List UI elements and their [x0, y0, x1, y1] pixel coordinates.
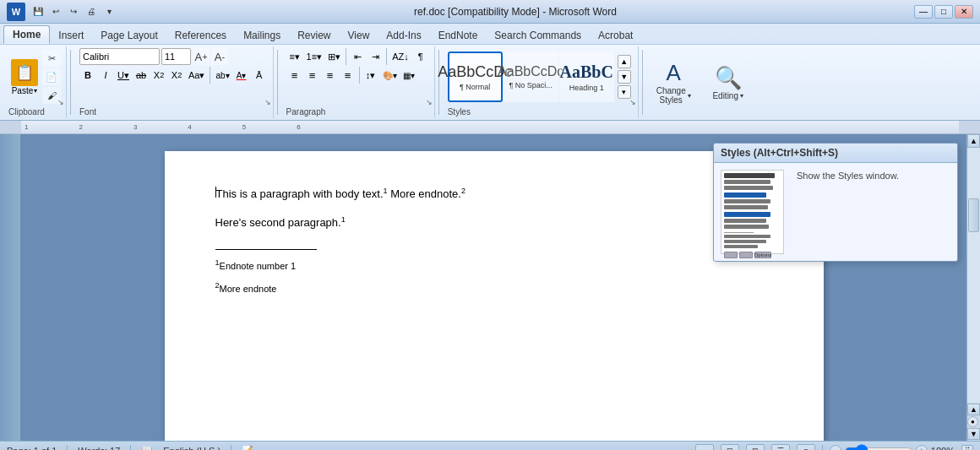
ruler: 1 2 3 4 5 6: [0, 121, 980, 134]
strikethrough-button[interactable]: ab: [133, 67, 150, 84]
copy-button[interactable]: 📄: [42, 68, 61, 85]
full-screen-btn[interactable]: ⊟: [721, 444, 739, 451]
minimize-btn[interactable]: —: [914, 5, 933, 19]
styles-scroll-more[interactable]: ▾: [618, 85, 631, 99]
styles-gallery: AaBbCcDc ¶ Normal AaBbCcDc ¶ No Spaci...…: [448, 52, 614, 102]
scroll-up-btn[interactable]: ▲: [967, 134, 980, 148]
increase-indent-button[interactable]: ⇥: [367, 48, 384, 65]
customize-quick-btn[interactable]: ▾: [101, 4, 117, 19]
styles-scroll-up[interactable]: ▲: [618, 55, 631, 68]
sort-button[interactable]: AZ↓: [389, 48, 411, 65]
endnote-2-text: More endnote: [220, 283, 277, 293]
styles-label: Styles: [448, 106, 471, 117]
select-browse-object-btn[interactable]: ●: [967, 416, 978, 427]
tab-review[interactable]: Review: [289, 27, 339, 44]
close-btn[interactable]: ✕: [955, 5, 973, 19]
change-case-button[interactable]: Aa▾: [186, 67, 207, 84]
styles-panel-content: Options Show the Styles window.: [714, 163, 957, 261]
styles-panel-description: Show the Styles window.: [797, 170, 950, 182]
save-quick-btn[interactable]: 💾: [30, 4, 46, 19]
language-indicator[interactable]: English (U.S.): [163, 446, 220, 451]
font-name-input[interactable]: [79, 48, 160, 65]
tab-endnote[interactable]: EndNote: [430, 27, 487, 44]
zoom-slider[interactable]: [845, 447, 912, 451]
zoom-percent[interactable]: 100%: [931, 446, 955, 451]
zoom-out-btn[interactable]: −: [830, 445, 841, 451]
outline-view-btn[interactable]: ☰: [771, 444, 790, 451]
tab-page-layout[interactable]: Page Layout: [92, 27, 166, 44]
justify-button[interactable]: ≡: [340, 67, 357, 84]
decrease-indent-button[interactable]: ⇤: [349, 48, 366, 65]
word-icon: W: [7, 3, 25, 21]
style-h1-preview: AaBbC: [560, 62, 613, 82]
numbering-button[interactable]: 1≡▾: [304, 48, 325, 65]
font-expander[interactable]: ↘: [264, 98, 271, 106]
style-nospace-preview: AaBbCcDc: [498, 64, 564, 79]
paste-icon: 📋: [11, 59, 38, 86]
align-center-button[interactable]: ≡: [304, 67, 321, 84]
border-button[interactable]: ▦▾: [400, 67, 417, 84]
maximize-btn[interactable]: □: [934, 5, 953, 19]
print-layout-btn[interactable]: ▭: [695, 444, 714, 451]
style-normal-btn[interactable]: AaBbCcDc ¶ Normal: [448, 52, 503, 102]
bullets-button[interactable]: ≡▾: [286, 48, 303, 65]
highlight-button[interactable]: ab▾: [213, 67, 231, 84]
spell-check-icon[interactable]: 📖: [141, 445, 153, 450]
underline-button[interactable]: U▾: [115, 67, 132, 84]
scroll-track[interactable]: [967, 148, 980, 403]
editing-button[interactable]: 🔍 Editing ▾: [703, 46, 754, 118]
undo-quick-btn[interactable]: ↩: [48, 4, 63, 19]
tab-addins[interactable]: Add-Ins: [378, 27, 429, 44]
paste-dropdown-icon[interactable]: ▾: [34, 87, 37, 95]
clipboard-expander[interactable]: ↘: [57, 98, 64, 106]
scroll-next-page-btn[interactable]: ▼: [967, 428, 980, 440]
align-left-button[interactable]: ≡: [286, 67, 303, 84]
font-color-button[interactable]: A▾: [233, 67, 250, 84]
tab-acrobat[interactable]: Acrobat: [590, 27, 641, 44]
increase-font-btn[interactable]: A+: [193, 48, 210, 65]
tab-view[interactable]: View: [340, 27, 378, 44]
print-quick-btn[interactable]: 🖨: [84, 4, 99, 19]
align-right-button[interactable]: ≡: [322, 67, 339, 84]
word-count[interactable]: Words: 17: [78, 446, 120, 451]
clipboard-label: Clipboard: [8, 106, 45, 117]
tab-search-commands[interactable]: Search Commands: [486, 27, 590, 44]
shading-button[interactable]: 🎨▾: [380, 67, 400, 84]
redo-quick-btn[interactable]: ↪: [66, 4, 81, 19]
zoom-in-btn[interactable]: +: [916, 445, 928, 451]
clear-format-button[interactable]: Ā: [251, 67, 268, 84]
tab-strip: Home Insert Page Layout References Maili…: [0, 24, 980, 44]
cut-button[interactable]: ✂: [42, 50, 61, 67]
paste-button[interactable]: 📋 Paste ▾: [8, 57, 41, 98]
tab-mailings[interactable]: Mailings: [235, 27, 289, 44]
quick-access-toolbar: 💾 ↩ ↪ 🖨 ▾: [30, 4, 117, 19]
scroll-prev-page-btn[interactable]: ▲: [967, 404, 980, 415]
bold-button[interactable]: B: [79, 67, 96, 84]
show-marks-button[interactable]: ¶: [412, 48, 429, 65]
decrease-font-btn[interactable]: A-: [211, 48, 228, 65]
change-styles-button[interactable]: A ChangeStyles ▾: [646, 46, 701, 118]
paragraph-expander[interactable]: ↘: [426, 98, 433, 106]
tab-references[interactable]: References: [166, 27, 235, 44]
style-nospace-btn[interactable]: AaBbCcDc ¶ No Spaci...: [504, 52, 558, 102]
styles-expander[interactable]: ↘: [629, 98, 636, 106]
italic-button[interactable]: I: [97, 67, 114, 84]
line-spacing-button[interactable]: ↕▾: [362, 67, 379, 84]
endnote-divider: [215, 249, 317, 250]
scroll-thumb[interactable]: [968, 198, 979, 232]
styles-scroll-down[interactable]: ▼: [618, 70, 631, 84]
draft-view-btn[interactable]: ≡: [797, 444, 815, 451]
subscript-button[interactable]: X2: [150, 67, 167, 84]
tab-home[interactable]: Home: [3, 25, 50, 44]
para2-endnote-ref: 1: [341, 215, 346, 224]
style-h1-btn[interactable]: AaBbC Heading 1: [559, 52, 614, 102]
page-info-text: Page: 1 of 1: [7, 446, 57, 451]
track-changes-icon[interactable]: 📝: [242, 445, 253, 450]
tab-insert[interactable]: Insert: [50, 27, 92, 44]
font-size-input[interactable]: [161, 48, 191, 65]
resize-grip[interactable]: ⠿: [961, 445, 973, 451]
doc-area[interactable]: This is a paragraph with body text.1 Mor…: [21, 134, 966, 441]
web-layout-btn[interactable]: ⊞: [746, 444, 765, 451]
multilevel-button[interactable]: ⊞▾: [325, 48, 343, 65]
superscript-button[interactable]: X2: [168, 67, 185, 84]
